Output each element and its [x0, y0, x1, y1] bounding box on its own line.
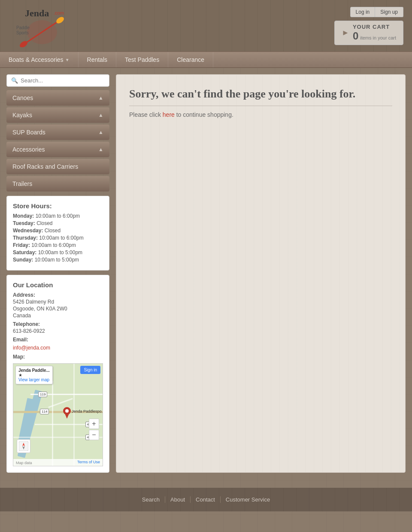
svg-text:Sports: Sports [16, 30, 29, 35]
expand-arrow-kayaks: ▲ [98, 112, 103, 118]
day-label: Wednesday: [13, 228, 43, 234]
map-zoom-controls: + − [89, 419, 99, 440]
sidebar-item-kayaks[interactable]: Kayaks ▲ [6, 107, 109, 123]
expand-arrow-accessories: ▲ [98, 146, 103, 152]
hours-sunday: Sunday: 10:00am to 5:00pm [13, 257, 103, 263]
header-right: Log in Sign up ► YOUR CART 0 items in yo… [334, 7, 403, 45]
day-label: Saturday: [13, 249, 36, 255]
cart-info: YOUR CART 0 items in your cart [353, 24, 396, 42]
map-business-name: Jenda Paddle... [18, 368, 50, 373]
login-button[interactable]: Log in [350, 7, 376, 17]
footer-link-contact[interactable]: Contact [191, 496, 221, 503]
day-label: Friday: [13, 242, 30, 248]
sidebar-item-accessories[interactable]: Accessories ▲ [6, 142, 109, 157]
sidebar-sup-label: SUP Boards [12, 129, 45, 136]
nav-item-clearance[interactable]: Clearance [168, 52, 213, 67]
location-box: Our Location Address: 5426 Dalmeny Rd Os… [6, 275, 109, 473]
day-label: Thursday: [13, 235, 38, 241]
cart-box[interactable]: ► YOUR CART 0 items in your cart [334, 21, 403, 45]
nav-boats-label: Boats & Accessories [9, 56, 64, 63]
cart-arrow-icon: ► [342, 28, 349, 37]
email-link[interactable]: info@jenda.com [13, 345, 50, 351]
nav-rentals-label: Rentals [87, 56, 107, 63]
hours-wednesday: Wednesday: Closed [13, 228, 103, 234]
nav-item-test-paddles[interactable]: Test Paddles [116, 52, 168, 67]
store-hours-box: Store Hours: Monday: 10:00am to 6:00pm T… [6, 196, 109, 271]
address-line1: 5426 Dalmeny Rd [13, 299, 103, 305]
sidebar-item-canoes[interactable]: Canoes ▲ [6, 90, 109, 106]
hours-saturday: Saturday: 10:00am to 5:00pm [13, 249, 103, 255]
search-icon: 🔍 [11, 77, 18, 84]
svg-text:Paddle: Paddle [16, 25, 30, 30]
hours-thursday: Thursday: 10:00am to 6:00pm [13, 235, 103, 241]
auth-buttons: Log in Sign up [350, 7, 403, 17]
telephone-value: 613-826-0922 [13, 328, 103, 334]
nav-item-rentals[interactable]: Rentals [79, 52, 116, 67]
address-line3: Canada [13, 313, 103, 319]
address-label: Address: [13, 292, 103, 298]
map-footer: Map data ©2018 Google Terms of Use [13, 459, 103, 466]
map-compass [17, 439, 30, 453]
svg-marker-10 [64, 413, 70, 419]
hours-friday: Friday: 10:00am to 6:00pm [13, 242, 103, 248]
telephone-label: Telephone: [13, 321, 103, 327]
sidebar-item-roof-racks[interactable]: Roof Racks and Carriers [6, 159, 109, 174]
store-hours-title: Store Hours: [13, 202, 103, 210]
search-input[interactable] [21, 77, 105, 84]
nav-test-paddles-label: Test Paddles [125, 56, 159, 63]
svg-text:Jenda: Jenda [25, 8, 49, 18]
hours-tuesday: Tuesday: Closed [13, 220, 103, 226]
map-background: 119 114 4 4 Jenda Paddle... ★ View large… [13, 364, 103, 466]
sidebar: 🔍 Canoes ▲ Kayaks ▲ SUP Boards ▲ Accesso… [6, 74, 109, 473]
expand-arrow-sup: ▲ [98, 129, 103, 135]
address-line2: Osgoode, ON K0A 2W0 [13, 306, 103, 312]
header: Jenda .com Paddle Sports Log in Sign up … [0, 0, 412, 52]
cart-items-text: items in your cart [360, 35, 396, 40]
main-container: 🔍 Canoes ▲ Kayaks ▲ SUP Boards ▲ Accesso… [0, 68, 412, 479]
expand-arrow-canoes: ▲ [98, 95, 103, 101]
cart-label: YOUR CART [353, 24, 396, 30]
map-info-box: Jenda Paddle... ★ View larger map [15, 366, 53, 384]
svg-text:Map data ©2018 Google: Map data ©2018 Google [16, 461, 33, 465]
sidebar-accessories-label: Accessories [12, 146, 45, 153]
logo-area: Jenda .com Paddle Sports [9, 4, 75, 47]
day-label: Sunday: [13, 257, 33, 263]
sidebar-canoes-label: Canoes [12, 94, 33, 101]
map-sign-in-button[interactable]: Sign in [80, 366, 100, 374]
cart-count: 0 [353, 30, 358, 42]
content-area: Sorry, we can't find the page you're loo… [116, 74, 406, 473]
site-logo: Jenda .com Paddle Sports [9, 4, 75, 47]
hours-monday: Monday: 10:00am to 6:00pm [13, 213, 103, 219]
sidebar-item-trailers[interactable]: Trailers [6, 176, 109, 192]
day-label: Monday: [13, 213, 34, 219]
nav-bar: Boats & Accessories ▼ Rentals Test Paddl… [0, 52, 412, 68]
map-marker [63, 407, 71, 420]
footer: Search About Contact Customer Service [0, 488, 412, 511]
nav-item-boats[interactable]: Boats & Accessories ▼ [0, 52, 79, 67]
day-label: Tuesday: [13, 220, 35, 226]
signup-button[interactable]: Sign up [375, 7, 403, 17]
footer-link-search[interactable]: Search [137, 496, 165, 503]
email-label: Email: [13, 337, 103, 343]
map-zoom-out-button[interactable]: − [89, 430, 99, 440]
svg-text:.com: .com [54, 10, 64, 15]
error-title: Sorry, we can't find the page you're loo… [129, 88, 392, 106]
footer-link-customer-service[interactable]: Customer Service [221, 496, 275, 503]
error-text: Please click here to continue shopping. [129, 111, 392, 118]
map-terms-link[interactable]: Terms of Use [77, 460, 100, 465]
footer-nav: Search About Contact Customer Service [9, 496, 403, 503]
footer-link-about[interactable]: About [165, 496, 191, 503]
error-here-link[interactable]: here [163, 111, 175, 118]
map-zoom-in-button[interactable]: + [89, 419, 99, 429]
search-box[interactable]: 🔍 [6, 74, 109, 87]
map-container[interactable]: 119 114 4 4 Jenda Paddle... ★ View large… [13, 363, 103, 466]
map-label: Map: [13, 354, 103, 360]
sidebar-roof-racks-label: Roof Racks and Carriers [12, 163, 78, 170]
sidebar-trailers-label: Trailers [12, 180, 32, 187]
sidebar-item-sup-boards[interactable]: SUP Boards ▲ [6, 125, 109, 140]
nav-dropdown-arrow-boats: ▼ [65, 58, 70, 62]
map-data-credit: Map data ©2018 Google [16, 460, 33, 465]
error-text-prefix: Please click [129, 111, 163, 118]
error-text-suffix: to continue shopping. [175, 111, 233, 118]
map-view-larger-link[interactable]: View larger map [18, 377, 49, 382]
